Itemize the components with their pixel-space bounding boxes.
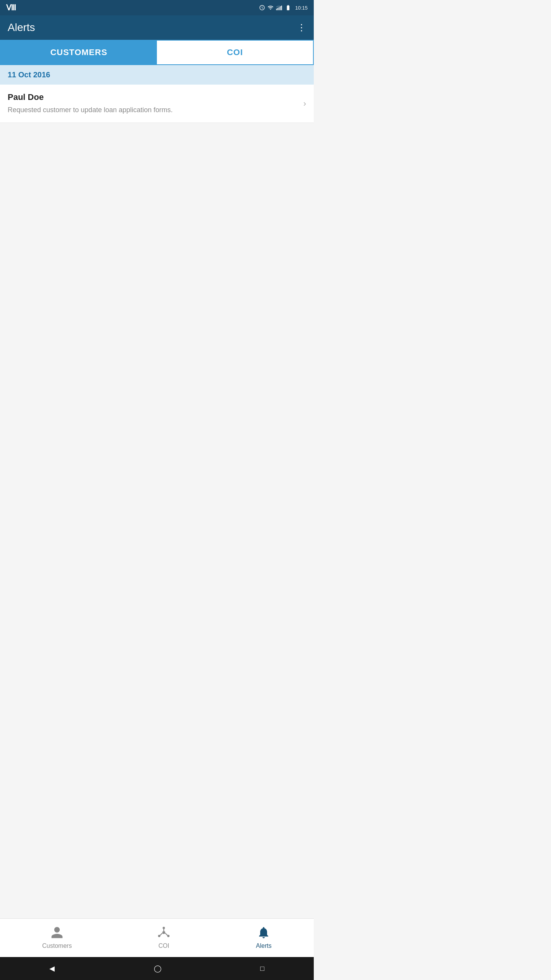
svg-rect-0	[276, 9, 277, 10]
status-bar-left: Ⅷ	[6, 3, 16, 12]
page-title: Alerts	[8, 21, 35, 34]
alert-customer-name: Paul Doe	[8, 92, 299, 102]
status-time: 10:15	[295, 5, 308, 11]
date-section-header: 11 Oct 2016	[0, 65, 314, 85]
signal-icon	[276, 5, 282, 11]
battery-icon	[284, 5, 292, 11]
menu-button[interactable]: ⋮	[297, 22, 306, 33]
svg-rect-1	[277, 8, 278, 10]
wifi-icon	[267, 5, 274, 11]
alert-description: Requested customer to update loan applic…	[8, 105, 299, 115]
main-content-area	[0, 123, 314, 524]
status-icons	[259, 5, 292, 11]
alert-content: Paul Doe Requested customer to update lo…	[8, 92, 299, 115]
tab-customers[interactable]: CUSTOMERS	[1, 41, 157, 64]
status-bar-right: 10:15	[259, 5, 308, 11]
app-header: Alerts ⋮	[0, 15, 314, 40]
svg-rect-2	[279, 7, 280, 10]
alert-list-item[interactable]: Paul Doe Requested customer to update lo…	[0, 85, 314, 123]
chevron-right-icon[interactable]: ›	[303, 99, 306, 109]
svg-rect-4	[281, 6, 282, 10]
app-logo: Ⅷ	[6, 3, 16, 12]
status-bar: Ⅷ 10:15	[0, 0, 314, 15]
alarm-icon	[259, 5, 265, 11]
svg-rect-3	[280, 7, 281, 10]
tab-coi[interactable]: COI	[157, 41, 313, 64]
date-label: 11 Oct 2016	[8, 70, 50, 79]
tab-bar: CUSTOMERS COI	[0, 40, 314, 65]
